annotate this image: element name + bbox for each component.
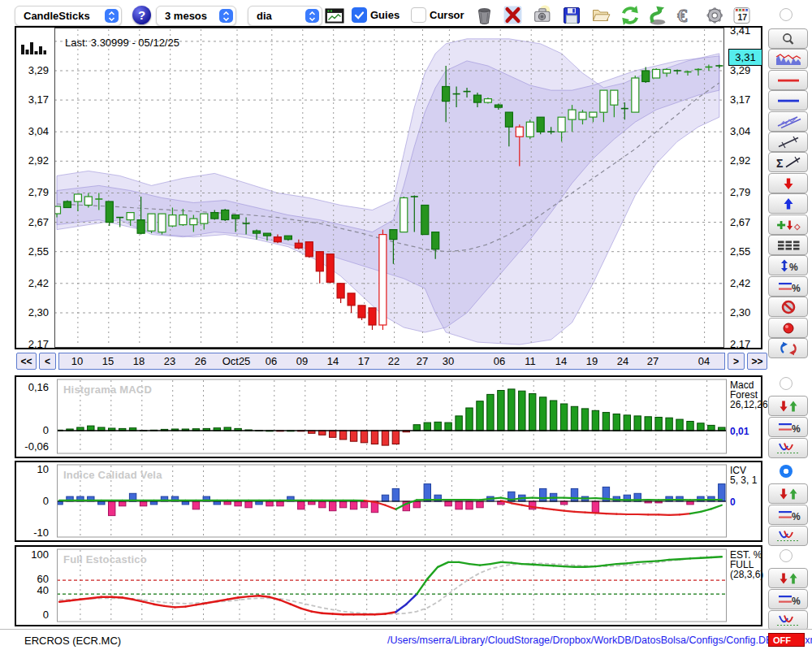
- chevron-up-down-icon: [305, 9, 319, 23]
- last-price-label: Last: 3.30999 - 05/12/25: [65, 37, 179, 49]
- blue-line-tool-button[interactable]: [768, 90, 808, 110]
- nav-next-button[interactable]: >: [728, 353, 745, 370]
- main-panel-radio[interactable]: [780, 8, 793, 21]
- y-axis-label: 2,79: [730, 186, 758, 198]
- mini-chart-window-icon[interactable]: [323, 5, 345, 27]
- icv-axis-label: 0: [21, 495, 49, 507]
- sync-tool-button[interactable]: [768, 338, 808, 358]
- signal-arrows-button-3[interactable]: [768, 568, 808, 588]
- indicator-curves-button-2[interactable]: [768, 526, 808, 546]
- stochastic-chart: [57, 548, 727, 623]
- y-axis-label: 3,29: [730, 64, 758, 76]
- snapshot-camera-icon[interactable]: [531, 4, 553, 26]
- date-axis-strip[interactable]: 1015182326Oct250609141722273006111419242…: [58, 353, 725, 370]
- interval-select[interactable]: dia: [248, 6, 322, 26]
- current-price-badge: 3,31: [728, 49, 762, 66]
- x-axis-date-label: 15: [102, 355, 114, 367]
- status-bar: ERCROS (ECR.MC) /Users/mserra/Library/Cl…: [0, 629, 812, 650]
- save-icon[interactable]: [560, 4, 582, 26]
- stochastic-panel-title: Full Estocastico: [63, 553, 147, 566]
- main-price-chart[interactable]: [54, 28, 724, 348]
- y-axis-label: 2,92: [21, 154, 49, 167]
- percent-lines-button-2[interactable]: %: [768, 505, 808, 525]
- y-axis-label: 2,79: [21, 186, 49, 198]
- svg-text:%: %: [792, 423, 801, 434]
- icv-current-value: 0: [730, 496, 736, 508]
- indicator-curves-button-3[interactable]: [768, 610, 808, 630]
- trash-icon[interactable]: [473, 4, 495, 26]
- y-axis-label: 3,04: [21, 125, 49, 137]
- chart-type-select[interactable]: CandleSticks: [15, 6, 122, 26]
- guies-label: Guies: [370, 9, 400, 21]
- panel-radio-2[interactable]: [780, 465, 793, 478]
- period-select[interactable]: 3 mesos: [156, 6, 236, 26]
- macd-histogram-chart: [57, 379, 727, 455]
- x-axis-date-label: 11: [525, 355, 536, 367]
- red-line-tool-button[interactable]: [768, 70, 808, 90]
- vertical-percent-tool-button[interactable]: %: [768, 255, 808, 275]
- y-axis-label: 3,17: [21, 93, 49, 106]
- disable-tool-button[interactable]: [768, 297, 808, 317]
- percent-lines-tool-button[interactable]: %: [768, 276, 808, 297]
- guies-checkbox[interactable]: [352, 7, 367, 23]
- x-axis-date-label: 06: [266, 355, 277, 367]
- svg-text:%: %: [792, 511, 801, 522]
- buy-arrow-tool-button[interactable]: [768, 193, 808, 214]
- refresh-icon[interactable]: [619, 4, 641, 26]
- macd-current-value: 0,01: [730, 426, 749, 437]
- nav-last-button[interactable]: >>: [747, 353, 767, 370]
- x-axis-date-label: 17: [358, 355, 369, 367]
- open-folder-icon[interactable]: [590, 4, 611, 26]
- signal-arrows-button-2[interactable]: [768, 483, 808, 504]
- y-axis-label: 2,30: [730, 306, 758, 318]
- icv-panel: Indice Calidad Vela 100-10 ICV5, 3, 1 0: [15, 461, 762, 542]
- record-tool-button[interactable]: [768, 318, 808, 338]
- calendar-icon[interactable]: 17: [731, 4, 753, 26]
- x-axis-date-label: 14: [555, 355, 567, 367]
- off-button[interactable]: OFF: [768, 633, 805, 647]
- channel-tool-button[interactable]: [768, 111, 808, 132]
- panel-radio-1[interactable]: [780, 377, 793, 390]
- y-axis-label: 2,42: [730, 277, 758, 289]
- trendline-tool-button[interactable]: [768, 132, 808, 152]
- y-axis-label: 3,04: [730, 125, 758, 137]
- levels-tool-button[interactable]: [768, 235, 808, 255]
- stochastic-axis-label: 40: [21, 584, 49, 596]
- x-axis-date-label: 24: [617, 355, 628, 367]
- signal-arrows-button-1[interactable]: [768, 396, 808, 416]
- sell-arrow-tool-button[interactable]: [768, 173, 808, 193]
- macd-panel: Histgrama MACD 0,160-0,06 MacdForest26,1…: [15, 375, 762, 458]
- x-axis-date-label: Oct25: [222, 355, 251, 367]
- y-axis-label: 2,67: [730, 216, 758, 228]
- main-chart-panel: Last: 3.30999 - 05/12/25 3,293,173,042,9…: [15, 26, 762, 349]
- zoom-tool-button[interactable]: [768, 28, 808, 49]
- undo-arrow-icon[interactable]: [647, 4, 669, 26]
- panel-radio-3[interactable]: [780, 549, 793, 562]
- indicator-chart-tool-button[interactable]: [768, 49, 808, 69]
- x-axis-date-label: 10: [71, 355, 83, 367]
- y-axis-label: 2,17: [21, 338, 49, 350]
- indicator-curves-button-1[interactable]: [768, 438, 808, 458]
- help-button[interactable]: ?: [132, 6, 151, 24]
- nav-prev-button[interactable]: <: [39, 353, 56, 370]
- config-path-label: /Users/mserra/Library/CloudStorage/Dropb…: [387, 635, 812, 646]
- x-axis-date-label: 26: [195, 355, 206, 367]
- delete-x-icon[interactable]: [502, 4, 524, 26]
- y-axis-label-top: 3,41: [730, 24, 758, 37]
- regression-sum-tool-button[interactable]: Σ: [768, 152, 808, 172]
- svg-text:%: %: [792, 283, 801, 293]
- nav-first-button[interactable]: <<: [16, 353, 37, 370]
- cursor-checkbox[interactable]: [411, 7, 426, 23]
- stochastic-panel: Full Estocastico 10060400 EST. %FULL(28,…: [15, 545, 762, 626]
- euro-icon[interactable]: €: [675, 4, 697, 26]
- settings-gear-icon[interactable]: [703, 4, 725, 26]
- x-axis-date-label: 18: [133, 355, 145, 367]
- macd-axis-label: -0,06: [21, 440, 49, 453]
- percent-lines-button-3[interactable]: %: [768, 589, 808, 609]
- x-axis-date-label: 22: [388, 355, 400, 367]
- x-axis-date-label: 06: [494, 355, 505, 367]
- percent-lines-button-1[interactable]: %: [768, 417, 808, 437]
- stochastic-axis-label: 100: [21, 548, 49, 561]
- y-axis-label: 2,55: [21, 245, 49, 258]
- add-signal-tool-button[interactable]: [768, 214, 808, 235]
